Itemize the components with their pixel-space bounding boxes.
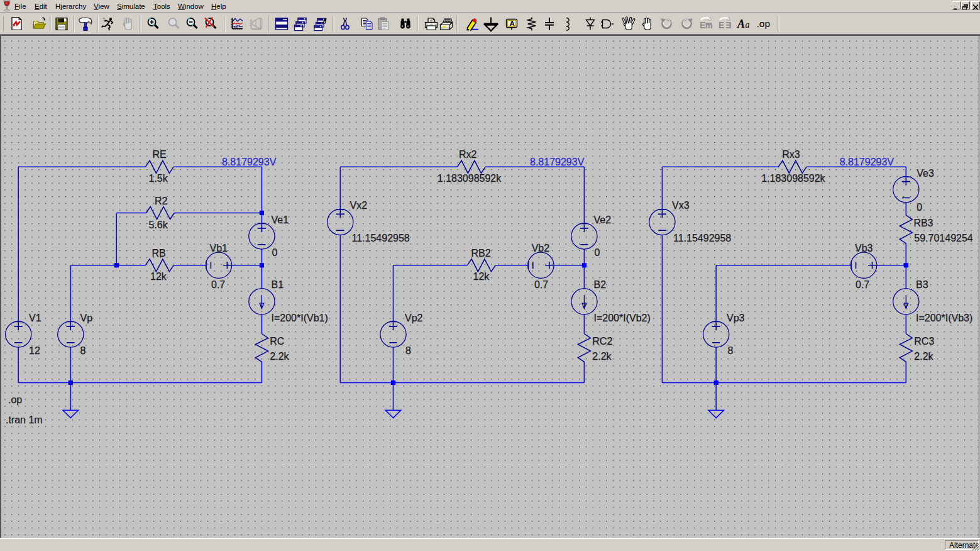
svg-text:8: 8	[405, 345, 411, 356]
svg-text:.tran 1m: .tran 1m	[6, 415, 43, 425]
svg-text:B3: B3	[916, 279, 928, 290]
svg-text:Vb1: Vb1	[210, 243, 228, 253]
svg-text:8.8179293V: 8.8179293V	[840, 157, 895, 167]
svg-text:RC3: RC3	[914, 336, 934, 347]
svg-text:11.15492958: 11.15492958	[673, 233, 731, 243]
svg-text:0: 0	[595, 247, 600, 258]
svg-text:59.70149254: 59.70149254	[914, 233, 973, 243]
svg-text:0: 0	[917, 202, 922, 213]
svg-text:Ve3: Ve3	[917, 168, 934, 179]
svg-text:RB3: RB3	[913, 218, 933, 228]
svg-text:8.8179293V: 8.8179293V	[530, 157, 585, 167]
svg-text:Vx2: Vx2	[350, 200, 368, 211]
svg-text:Vp3: Vp3	[727, 313, 745, 323]
svg-text:B1: B1	[272, 279, 284, 290]
svg-text:12k: 12k	[150, 271, 167, 282]
svg-text:0.7: 0.7	[856, 279, 869, 290]
svg-text:RC: RC	[270, 336, 284, 347]
svg-text:12: 12	[29, 345, 40, 356]
svg-text:Rx2: Rx2	[459, 149, 477, 160]
svg-text:2.2k: 2.2k	[592, 351, 612, 362]
svg-text:Vp2: Vp2	[405, 313, 423, 323]
svg-text:I=200*I(Vb1): I=200*I(Vb1)	[272, 313, 328, 323]
svg-text:Vp: Vp	[80, 313, 93, 323]
svg-text:Vb3: Vb3	[855, 243, 873, 253]
svg-text:0: 0	[272, 247, 278, 258]
svg-text:V1: V1	[29, 313, 41, 323]
svg-text:RB2: RB2	[471, 248, 491, 259]
svg-text:2.2k: 2.2k	[914, 351, 933, 362]
svg-text:B2: B2	[594, 279, 607, 290]
svg-text:8: 8	[80, 345, 86, 356]
svg-text:12k: 12k	[473, 271, 490, 282]
svg-text:1.183098592k: 1.183098592k	[761, 173, 825, 184]
svg-text:8.8179293V: 8.8179293V	[222, 157, 277, 167]
svg-text:Rx3: Rx3	[782, 149, 800, 160]
svg-text:R2: R2	[155, 196, 168, 206]
svg-text:1.183098592k: 1.183098592k	[438, 173, 502, 184]
svg-text:Vb2: Vb2	[532, 243, 550, 253]
svg-text:Vx3: Vx3	[672, 200, 690, 211]
svg-text:1.5k: 1.5k	[149, 173, 168, 184]
svg-text:0.7: 0.7	[211, 279, 225, 290]
svg-text:I=200*I(Vb2): I=200*I(Vb2)	[594, 313, 651, 323]
svg-text:.op: .op	[8, 394, 22, 405]
svg-text:RB: RB	[152, 248, 166, 259]
svg-text:Ve2: Ve2	[594, 214, 612, 225]
svg-text:2.2k: 2.2k	[270, 351, 289, 362]
svg-text:0.7: 0.7	[534, 279, 548, 290]
svg-text:8: 8	[728, 345, 734, 356]
svg-text:I=200*I(Vb3): I=200*I(Vb3)	[916, 313, 972, 323]
svg-text:RC2: RC2	[592, 336, 612, 347]
svg-text:Ve1: Ve1	[272, 214, 289, 225]
svg-text:11.15492958: 11.15492958	[352, 233, 410, 243]
svg-text:5.6k: 5.6k	[149, 220, 168, 230]
svg-text:RE: RE	[153, 149, 167, 160]
